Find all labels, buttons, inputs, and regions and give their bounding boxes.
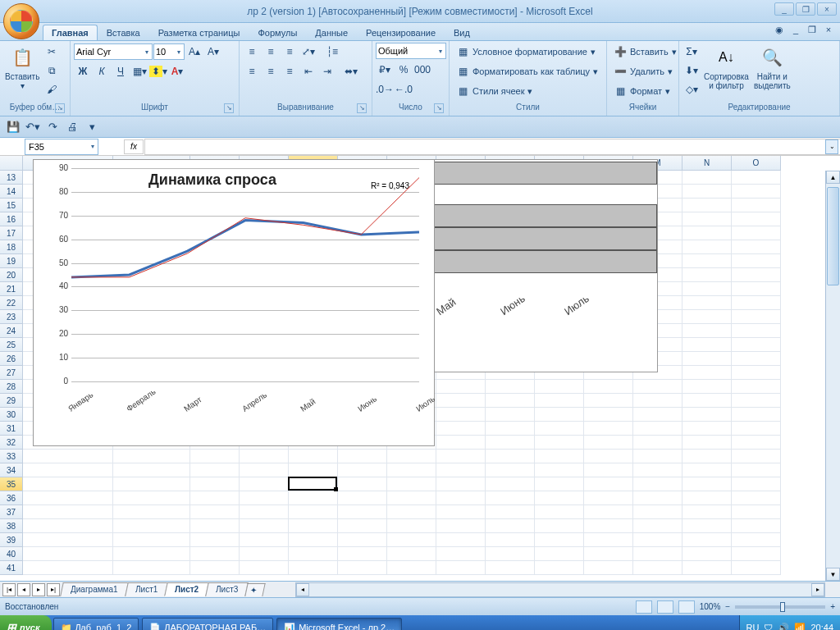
row-header-23[interactable]: 23 — [0, 310, 23, 324]
dialog-launcher-icon[interactable]: ↘ — [357, 103, 367, 113]
sheet-tab-Лист1[interactable]: Лист1 — [125, 582, 168, 596]
zoom-thumb[interactable] — [780, 602, 785, 612]
save-button[interactable]: 💾 — [5, 119, 21, 135]
bold-button[interactable]: Ж — [74, 62, 92, 80]
merge-center-button[interactable]: ⬌▾ — [337, 62, 365, 80]
row-header-41[interactable]: 41 — [0, 561, 23, 575]
ribbon-tab-Формулы[interactable]: Формулы — [249, 25, 306, 40]
select-all-corner[interactable] — [0, 156, 23, 171]
vertical-scrollbar[interactable]: ▲ ▼ — [825, 171, 840, 581]
language-indicator[interactable]: RU — [746, 623, 760, 630]
format-painter-button[interactable]: 🖌 — [43, 80, 61, 98]
row-header-19[interactable]: 19 — [0, 254, 23, 268]
cut-button[interactable]: ✂ — [43, 43, 61, 61]
currency-button[interactable]: ₽▾ — [376, 61, 394, 79]
orientation-button[interactable]: ⤢▾ — [299, 43, 317, 61]
dialog-launcher-icon[interactable]: ↘ — [224, 103, 234, 113]
ribbon-tab-Вставка[interactable]: Вставка — [98, 25, 149, 40]
autosum-button[interactable]: Σ▾ — [682, 43, 701, 61]
chevron-down-icon[interactable]: ▾ — [144, 48, 150, 56]
row-header-30[interactable]: 30 — [0, 408, 23, 422]
zoom-level[interactable]: 100% — [700, 602, 721, 611]
page-break-view-button[interactable] — [678, 600, 695, 614]
row-header-16[interactable]: 16 — [0, 212, 23, 226]
row-header-25[interactable]: 25 — [0, 338, 23, 352]
chevron-down-icon[interactable]: ▾ — [176, 48, 182, 56]
office-button[interactable] — [3, 3, 39, 39]
ribbon-tab-Главная[interactable]: Главная — [43, 25, 98, 40]
font-size-combo[interactable]: 10▾ — [153, 43, 185, 60]
row-header-14[interactable]: 14 — [0, 185, 23, 199]
scroll-right-button[interactable]: ▸ — [811, 583, 824, 596]
start-button[interactable]: ⊞ пуск — [0, 615, 52, 630]
zoom-slider[interactable] — [735, 605, 825, 609]
wrap-text-button[interactable]: ┆≡ — [318, 43, 346, 61]
ribbon-tab-Данные[interactable]: Данные — [306, 25, 357, 40]
clock[interactable]: 20:44 — [810, 623, 833, 630]
row-header-21[interactable]: 21 — [0, 282, 23, 296]
font-color-button[interactable]: A▾ — [168, 62, 186, 80]
underline-button[interactable]: Ч — [112, 62, 130, 80]
row-header-13[interactable]: 13 — [0, 171, 23, 185]
new-sheet-button[interactable]: ✦ — [245, 583, 266, 596]
qat-customize-icon[interactable]: ▾ — [84, 119, 100, 135]
expand-formula-bar-icon[interactable]: ⌄ — [825, 139, 838, 154]
conditional-formatting-button[interactable]: ▦Условное форматирование ▾ — [453, 43, 599, 61]
ribbon-tab-Вид[interactable]: Вид — [445, 25, 479, 40]
restore-button[interactable]: ❐ — [796, 2, 815, 16]
dialog-launcher-icon[interactable]: ↘ — [434, 103, 444, 113]
decrease-indent-button[interactable]: ⇤ — [299, 62, 317, 80]
zoom-in-button[interactable]: + — [830, 602, 835, 611]
chart-object[interactable]: Динамика спроса R² = 0,943 0102030405060… — [33, 159, 435, 446]
scroll-thumb[interactable] — [827, 187, 839, 285]
decrease-decimal-button[interactable]: ←.0 — [395, 80, 413, 98]
col-header-N[interactable]: N — [682, 156, 732, 171]
align-center-button[interactable]: ≡ — [262, 62, 280, 80]
normal-view-button[interactable] — [636, 600, 652, 614]
row-header-17[interactable]: 17 — [0, 226, 23, 240]
page-layout-view-button[interactable] — [657, 600, 673, 614]
taskbar-item[interactable]: 📄ЛАБОРАТОРНАЯ РАБ… — [142, 618, 273, 630]
sheet-tab-Лист2[interactable]: Лист2 — [164, 582, 209, 596]
fill-color-button[interactable]: ⬍▾ — [149, 62, 167, 80]
redo-button[interactable]: ↷ — [44, 119, 61, 135]
row-header-15[interactable]: 15 — [0, 199, 23, 212]
fx-button[interactable]: fx — [124, 139, 144, 154]
align-left-button[interactable]: ≡ — [243, 62, 261, 80]
row-header-40[interactable]: 40 — [0, 547, 23, 561]
grow-font-button[interactable]: A▴ — [185, 43, 203, 61]
mdi-close-icon[interactable]: × — [822, 25, 835, 36]
increase-decimal-button[interactable]: .0→ — [376, 80, 394, 98]
background-chart[interactable]: МайИюньИюль — [418, 159, 658, 372]
shrink-font-button[interactable]: A▾ — [204, 43, 222, 61]
format-as-table-button[interactable]: ▦Форматировать как таблицу ▾ — [453, 62, 601, 80]
align-right-button[interactable]: ≡ — [281, 62, 299, 80]
taskbar-item[interactable]: 📁Лаб_раб_1_2 — [53, 618, 139, 630]
tray-signal-icon[interactable]: 📶 — [794, 623, 806, 631]
row-header-27[interactable]: 27 — [0, 366, 23, 380]
mdi-restore-icon[interactable]: ❐ — [806, 25, 819, 36]
worksheet-grid[interactable]: BCDEFGHIJKLMNO 1314151617181920212223242… — [0, 156, 840, 581]
scroll-down-button[interactable]: ▼ — [826, 568, 840, 581]
scroll-up-button[interactable]: ▲ — [826, 171, 840, 184]
row-header-31[interactable]: 31 — [0, 422, 23, 436]
sort-filter-button[interactable]: A↓ Сортировка и фильтр — [702, 43, 751, 92]
row-header-35[interactable]: 35 — [0, 477, 23, 491]
mdi-min-icon[interactable]: _ — [789, 25, 802, 36]
tray-icon[interactable]: 🛡 — [764, 623, 773, 630]
row-header-33[interactable]: 33 — [0, 450, 23, 463]
help-icon[interactable]: ◉ — [773, 25, 786, 36]
row-header-39[interactable]: 39 — [0, 533, 23, 547]
formula-input[interactable] — [144, 139, 840, 155]
copy-button[interactable]: ⧉ — [43, 62, 61, 80]
row-header-28[interactable]: 28 — [0, 380, 23, 394]
row-header-24[interactable]: 24 — [0, 324, 23, 338]
cell-styles-button[interactable]: ▦Стили ячеек ▾ — [453, 82, 536, 100]
zoom-out-button[interactable]: − — [725, 602, 730, 611]
align-middle-button[interactable]: ≡ — [262, 43, 280, 61]
row-header-20[interactable]: 20 — [0, 268, 23, 282]
row-header-22[interactable]: 22 — [0, 296, 23, 310]
font-name-combo[interactable]: Arial Cyr▾ — [74, 43, 153, 60]
name-box[interactable]: F35▾ — [25, 139, 98, 155]
taskbar-item[interactable]: 📊Microsoft Excel - лр 2… — [276, 618, 402, 630]
